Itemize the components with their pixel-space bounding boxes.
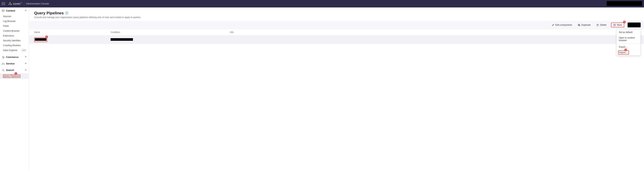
content-icon [2,9,4,12]
svg-line-10 [4,71,4,71]
svg-point-0 [10,2,11,3]
user-badge[interactable] [607,1,642,6]
dropdown-export[interactable]: Export… [616,44,640,50]
wip-badge: WIP [21,49,27,52]
sidebar-item-extensions[interactable]: Extensions [0,33,29,38]
nav-label: Commerce [6,56,18,58]
hamburger-menu-icon[interactable] [2,1,6,6]
svg-point-5 [3,58,3,58]
page-header: Query Pipelines ? Consult and manage you… [29,7,644,21]
svg-rect-7 [2,64,2,64]
nav-header-commerce[interactable]: Commerce [0,54,29,60]
col-condition[interactable]: Condition [110,31,230,33]
service-icon [2,62,4,65]
annotation-badge-2: 2 [45,35,48,38]
col-info[interactable]: Info [230,31,631,33]
svg-point-17 [614,25,614,25]
sidebar-item-sources[interactable]: Sources [0,14,29,19]
console-label: Administration Console [26,2,49,5]
trash-icon [596,24,599,26]
main-content: Query Pipelines ? Consult and manage you… [29,7,644,170]
svg-point-18 [614,25,614,25]
page-subtitle: Consult and manage your organization que… [34,16,639,19]
chevron-up-icon [24,69,27,71]
edit-components-button[interactable]: Edit components [550,23,573,27]
coveo-logo-icon [8,2,12,5]
sidebar-item-index-explorer[interactable]: Index Explorer WIP [0,48,29,53]
pipelines-table: Name Condition Info D 2 [29,29,644,44]
chevron-up-icon [24,9,27,12]
sidebar-item-content-browser[interactable]: Content Browser [0,28,29,33]
divider [24,2,24,5]
nav-label: Content [6,9,15,12]
sidebar-item-log-browser[interactable]: Log Browser [0,19,29,24]
table-header: Name Condition Info D [29,29,644,35]
annotation-badge-4: 4 [624,49,627,51]
nav-label: Search [6,69,14,71]
delete-button[interactable]: Delete [595,23,608,27]
edit-icon [552,24,554,26]
table-row[interactable]: 2 [29,35,644,44]
svg-rect-13 [597,24,598,26]
svg-point-1 [8,4,10,5]
nav-header-search[interactable]: Search [0,67,29,73]
col-name[interactable]: Name [34,31,110,33]
toolbar: Edit components Duplicate Delete More 3 … [29,21,644,29]
duplicate-button[interactable]: Duplicate [576,23,592,27]
dropdown-open-browser[interactable]: Open in content browser [616,35,640,43]
nav-header-content[interactable]: Content [0,7,29,14]
sidebar: Content Sources Log Browser Fields Conte… [0,7,29,170]
chevron-down-icon [24,62,27,65]
svg-rect-12 [578,24,580,26]
commerce-icon [2,56,4,58]
svg-rect-8 [4,64,4,64]
help-icon[interactable]: ? [65,11,68,14]
brand-logo[interactable]: coveo™ [8,2,22,5]
svg-rect-11 [578,24,580,25]
sidebar-item-fields[interactable]: Fields [0,24,29,28]
topbar: coveo™ Administration Console [0,0,644,7]
chevron-down-icon [24,56,27,58]
nav-section-content: Content Sources Log Browser Fields Conte… [0,7,29,54]
nav-label: Service [6,62,14,65]
svg-point-6 [4,58,4,58]
more-icon [613,24,616,26]
nav-section-service: Service [0,60,29,67]
more-dropdown: Set as default Open in content browser E… [616,29,641,55]
more-button[interactable]: More [611,22,624,27]
svg-rect-3 [2,10,4,11]
nav-section-search: Search Query Pipelines 1 [0,67,29,80]
annotation-badge-1: 1 [14,72,17,75]
primary-action-button[interactable] [628,22,641,27]
sidebar-item-security-identities[interactable]: Security Identities [0,38,29,43]
nav-header-service[interactable]: Service [0,60,29,67]
pipeline-condition-redacted [110,38,133,41]
sidebar-item-crawling-modules[interactable]: Crawling Modules [0,43,29,48]
annotation-badge-3: 3 [623,21,626,23]
dropdown-set-default[interactable]: Set as default [616,29,640,35]
duplicate-icon [578,24,580,26]
dropdown-import[interactable]: Import… 4 [616,50,640,55]
search-icon [2,69,4,71]
nav-section-commerce: Commerce [0,54,29,60]
sidebar-item-query-pipelines[interactable]: Query Pipelines 1 [0,73,29,79]
pipeline-name-redacted [35,38,46,41]
brand-name: coveo™ [13,2,22,5]
svg-point-2 [10,4,12,5]
page-title: Query Pipelines [34,11,64,15]
svg-point-9 [2,69,4,71]
